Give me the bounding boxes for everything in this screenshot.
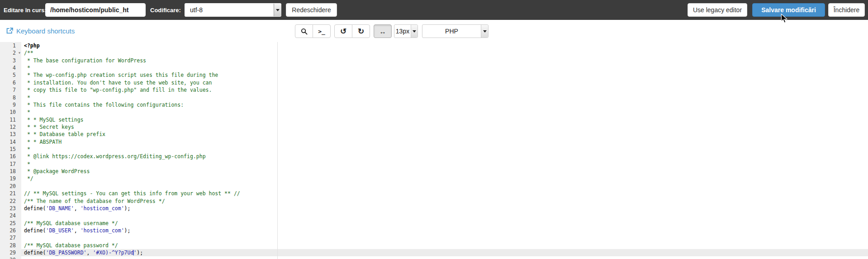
line-number[interactable]: 5 [0, 71, 21, 79]
line-number[interactable]: 8 [0, 94, 21, 101]
code-line[interactable]: * @link https://codex.wordpress.org/Edit… [21, 153, 868, 160]
code-line[interactable] [21, 212, 868, 219]
code-content[interactable]: <?php/** * The base configuration for Wo… [21, 42, 868, 259]
line-number[interactable]: 10 [0, 108, 21, 116]
line-number[interactable]: 4 [0, 64, 21, 71]
search-icon [301, 28, 308, 35]
line-number[interactable]: 17 [0, 160, 21, 168]
code-line[interactable]: define('DB_USER', 'hosticom_com'); [21, 227, 868, 234]
code-line[interactable]: * [21, 160, 868, 168]
font-size-value: 13px [394, 28, 411, 35]
code-line[interactable]: * [21, 108, 868, 116]
line-number[interactable]: 29 [0, 249, 21, 256]
code-line[interactable]: * * Secret keys [21, 123, 868, 131]
undo-button[interactable]: ↺ [334, 24, 352, 38]
line-number[interactable]: 24 [0, 212, 21, 219]
font-size-select[interactable]: 13px [394, 24, 418, 38]
line-number[interactable]: 7 [0, 86, 21, 94]
code-editor[interactable]: 12▾3456789101112131415161718192021222324… [0, 42, 868, 259]
code-line[interactable]: define('DB_NAME', 'hosticom_com'); [21, 205, 868, 212]
syntax-mode-select[interactable]: PHP [422, 24, 489, 38]
code-line[interactable] [21, 183, 868, 190]
line-number[interactable]: 22 [0, 198, 21, 205]
editor-toolbar: Keyboard shortcuts >_ ↺ ↻ ↔ 13px PHP [0, 20, 868, 42]
word-wrap-icon: ↔ [379, 28, 386, 35]
close-button[interactable]: Închidere [828, 3, 865, 17]
redo-button[interactable]: ↻ [352, 24, 370, 38]
line-number-gutter: 12▾3456789101112131415161718192021222324… [0, 42, 21, 259]
editor-header-bar: Editare în curs: Codificare: utf-8 Redes… [0, 0, 868, 20]
external-link-icon [6, 28, 13, 34]
reopen-button[interactable]: Redeschidere [286, 3, 337, 17]
line-number[interactable]: 2▾ [0, 49, 21, 57]
encoding-select[interactable]: utf-8 [185, 3, 281, 17]
line-number[interactable]: 15 [0, 146, 21, 153]
terminal-button[interactable]: >_ [313, 24, 331, 38]
code-line[interactable] [21, 234, 868, 241]
code-line[interactable] [21, 256, 868, 259]
code-line[interactable]: /** The name of the database for WordPre… [21, 198, 868, 205]
code-line[interactable]: * The wp-config.php creation script uses… [21, 71, 868, 79]
code-line[interactable]: * [21, 64, 868, 71]
code-line[interactable]: // ** MySQL settings - You can get this … [21, 190, 868, 197]
encoding-select-value: utf-8 [185, 6, 274, 14]
syntax-mode-value: PHP [422, 28, 481, 35]
code-line[interactable]: * The base configuration for WordPress [21, 57, 868, 64]
code-line[interactable]: * * ABSPATH [21, 138, 868, 146]
fold-arrow-icon[interactable]: ▾ [18, 49, 21, 57]
keyboard-shortcuts-link[interactable]: Keyboard shortcuts [6, 20, 75, 42]
keyboard-shortcuts-label: Keyboard shortcuts [16, 27, 75, 35]
code-line[interactable]: /** MySQL database username */ [21, 220, 868, 227]
line-number[interactable]: 20 [0, 183, 21, 190]
code-line[interactable]: * copy this file to "wp-config.php" and … [21, 86, 868, 94]
code-line[interactable]: * installation. You don't have to use th… [21, 79, 868, 86]
save-button[interactable]: Salvare modificări [752, 3, 825, 17]
line-number[interactable]: 3 [0, 57, 21, 64]
line-number[interactable]: 23 [0, 205, 21, 212]
line-number[interactable]: 11 [0, 116, 21, 123]
line-number[interactable]: 21 [0, 190, 21, 197]
line-number[interactable]: 28 [0, 242, 21, 249]
code-line[interactable]: define('DB_PASSWORD', '#XO)-^Y?p7Ud'); [21, 249, 868, 256]
word-wrap-toggle[interactable]: ↔ [374, 24, 392, 38]
code-line[interactable]: * This file contains the following confi… [21, 101, 868, 108]
redo-icon: ↻ [358, 28, 364, 35]
line-number[interactable]: 25 [0, 220, 21, 227]
chevron-down-icon [411, 25, 417, 38]
line-number[interactable]: 6 [0, 79, 21, 86]
chevron-down-icon [481, 25, 488, 38]
line-number[interactable]: 9 [0, 101, 21, 108]
code-line[interactable]: * * MySQL settings [21, 116, 868, 123]
line-number[interactable]: 27 [0, 234, 21, 241]
line-number[interactable]: 30 [0, 256, 21, 259]
line-number[interactable]: 26 [0, 227, 21, 234]
code-line[interactable]: /** [21, 49, 868, 57]
code-line[interactable]: * @package WordPress [21, 168, 868, 175]
line-number[interactable]: 18 [0, 168, 21, 175]
terminal-icon: >_ [318, 28, 325, 35]
line-number[interactable]: 1 [0, 42, 21, 49]
editing-label: Editare în curs: [4, 0, 47, 20]
line-number[interactable]: 19 [0, 175, 21, 182]
line-number[interactable]: 16 [0, 153, 21, 160]
line-number[interactable]: 14 [0, 138, 21, 146]
code-line[interactable]: */ [21, 175, 868, 182]
code-line[interactable]: /** MySQL database password */ [21, 242, 868, 249]
chevron-down-icon [274, 4, 281, 16]
code-line[interactable]: * * Database table prefix [21, 131, 868, 138]
code-line[interactable]: * [21, 94, 868, 101]
encoding-label: Codificare: [150, 0, 181, 20]
search-button[interactable] [295, 24, 313, 38]
code-line[interactable]: * [21, 146, 868, 153]
code-line[interactable]: <?php [21, 42, 868, 49]
undo-icon: ↺ [340, 28, 346, 35]
legacy-editor-button[interactable]: Use legacy editor [688, 3, 747, 17]
line-number[interactable]: 12 [0, 123, 21, 131]
line-number[interactable]: 13 [0, 131, 21, 138]
file-path-input[interactable] [45, 3, 146, 17]
